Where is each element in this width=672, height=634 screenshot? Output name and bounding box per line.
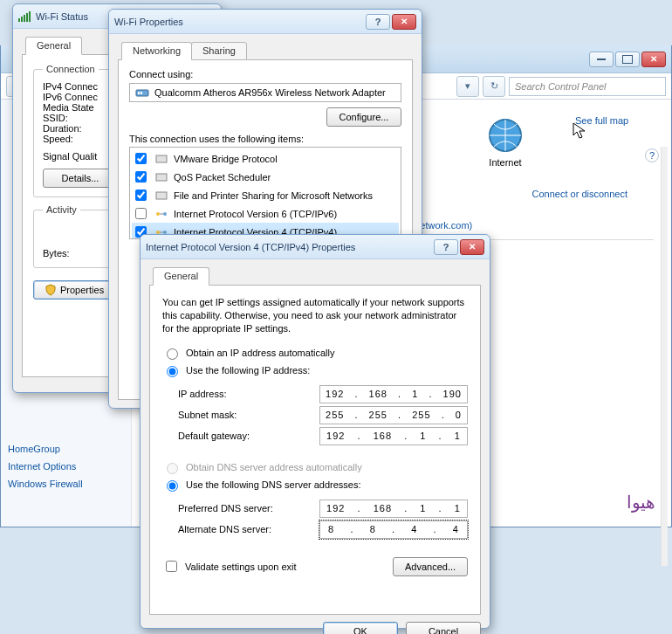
components-list[interactable]: VMware Bridge Protocol QoS Packet Schedu…: [129, 147, 401, 239]
sidebar-homegroup[interactable]: HomeGroup: [8, 440, 124, 458]
svg-point-11: [163, 231, 167, 234]
item-label: QoS Packet Scheduler: [174, 172, 271, 183]
shield-icon: [45, 284, 57, 296]
svg-rect-5: [156, 174, 167, 181]
item-label: VMware Bridge Protocol: [174, 154, 278, 164]
radio-auto-dns: [167, 463, 178, 474]
svg-point-7: [156, 212, 160, 216]
help-icon[interactable]: ?: [645, 148, 659, 162]
connect-disconnect-link[interactable]: Connect or disconnect: [532, 189, 627, 199]
window-title: Wi-Fi Properties: [114, 17, 366, 27]
brand-watermark: هيوا: [627, 492, 655, 513]
radio-auto-dns-label: Obtain DNS server address automatically: [186, 462, 362, 472]
properties-button[interactable]: Properties: [33, 280, 115, 300]
svg-point-8: [163, 212, 167, 216]
radio-manual-dns[interactable]: [167, 480, 178, 492]
internet-label: Internet: [470, 157, 540, 168]
svg-rect-3: [141, 92, 142, 94]
uses-items-label: This connection uses the following items…: [129, 134, 401, 144]
item-check[interactable]: [135, 171, 147, 183]
subnet-mask-label: Subnet mask:: [178, 410, 237, 420]
ip-address-field[interactable]: 1921681190: [319, 385, 468, 403]
service-icon: [154, 170, 168, 184]
wifi-signal-icon: [18, 10, 31, 23]
item-label: File and Printer Sharing for Microsoft N…: [174, 190, 373, 201]
group-connection-legend: Connection: [43, 64, 99, 74]
search-input[interactable]: Search Control Panel: [509, 77, 666, 96]
tab-general[interactable]: General: [25, 37, 82, 55]
advanced-button[interactable]: Advanced...: [393, 557, 468, 576]
adapter-field: Qualcomm Atheros AR956x Wireless Network…: [129, 83, 401, 102]
history-button[interactable]: ▾: [456, 76, 479, 97]
tab-networking[interactable]: Networking: [121, 42, 192, 60]
scrollbar[interactable]: [661, 147, 668, 527]
svg-rect-2: [138, 92, 140, 94]
validate-label: Validate settings upon exit: [185, 562, 297, 572]
svg-rect-6: [156, 192, 167, 199]
close-button[interactable]: [392, 14, 416, 30]
ipv4-properties-window: Internet Protocol Version 4 (TCP/IPv4) P…: [140, 234, 490, 629]
help-button[interactable]: ?: [434, 239, 458, 255]
properties-button-label: Properties: [60, 285, 104, 295]
item-label: Internet Protocol Version 6 (TCP/IPv6): [174, 209, 337, 219]
tab-general[interactable]: General: [153, 267, 209, 286]
group-activity-legend: Activity: [43, 204, 80, 215]
sidebar-windows-firewall[interactable]: Windows Firewall: [8, 475, 124, 493]
help-button[interactable]: ?: [366, 14, 390, 30]
window-title: Internet Protocol Version 4 (TCP/IPv4) P…: [146, 242, 434, 252]
close-button[interactable]: [460, 239, 484, 255]
sidebar-internet-options[interactable]: Internet Options: [8, 458, 124, 475]
refresh-button[interactable]: ↻: [483, 76, 505, 97]
subnet-mask-field[interactable]: 2552552550: [319, 406, 468, 424]
alternate-dns-field[interactable]: 8844: [319, 520, 468, 539]
adapter-name: Qualcomm Atheros AR956x Wireless Network…: [154, 87, 386, 98]
item-check[interactable]: [135, 190, 147, 201]
details-button[interactable]: Details...: [43, 169, 118, 188]
internet-globe-icon: [485, 115, 525, 155]
preferred-dns-field[interactable]: 19216811: [319, 500, 468, 518]
intro-text: You can get IP settings assigned automat…: [162, 296, 468, 335]
close-button[interactable]: [641, 52, 666, 67]
configure-button[interactable]: Configure...: [326, 107, 401, 127]
default-gateway-label: Default gateway:: [178, 431, 250, 441]
default-gateway-field[interactable]: 19216811: [319, 427, 468, 445]
alternate-dns-label: Alternate DNS server:: [178, 524, 271, 534]
item-check[interactable]: [135, 153, 147, 164]
minimize-button[interactable]: [589, 52, 614, 67]
radio-manual-ip[interactable]: [167, 366, 178, 377]
radio-manual-dns-label: Use the following DNS server addresses:: [186, 479, 361, 490]
svg-rect-4: [156, 155, 167, 162]
tab-sharing[interactable]: Sharing: [191, 42, 247, 60]
cancel-button[interactable]: Cancel: [406, 622, 481, 634]
radio-manual-ip-label: Use the following IP address:: [186, 365, 310, 376]
preferred-dns-label: Preferred DNS server:: [178, 503, 273, 513]
maximize-button[interactable]: [615, 52, 640, 67]
svg-point-10: [156, 231, 160, 234]
see-full-map-link[interactable]: See full map: [575, 115, 628, 126]
search-placeholder: Search Control Panel: [515, 81, 607, 92]
protocol-icon: [154, 207, 168, 221]
service-icon: [154, 152, 168, 166]
validate-checkbox[interactable]: [166, 561, 177, 572]
radio-auto-ip-label: Obtain an IP address automatically: [186, 348, 334, 358]
connect-using-label: Connect using:: [129, 69, 401, 79]
ip-address-label: IP address:: [178, 389, 226, 399]
radio-auto-ip[interactable]: [167, 348, 178, 360]
service-icon: [154, 189, 168, 203]
adapter-icon: [135, 86, 149, 100]
item-check[interactable]: [135, 208, 147, 219]
ok-button[interactable]: OK: [323, 622, 398, 634]
